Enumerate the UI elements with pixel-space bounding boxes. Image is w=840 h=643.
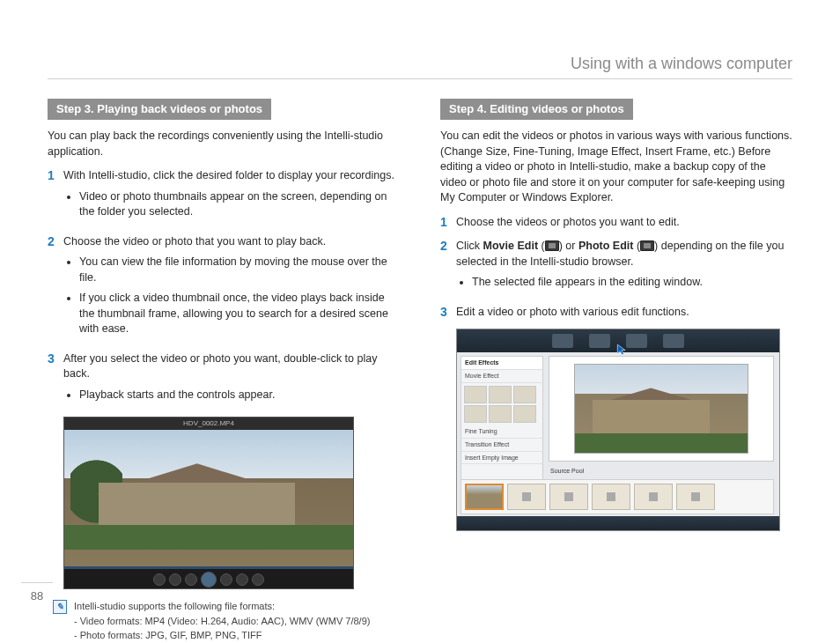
stop-icon: [185, 573, 197, 586]
step-number: 3: [440, 305, 456, 320]
step4-header: Step 4. Editing videos or photos: [440, 99, 633, 120]
topbar-button: [589, 334, 610, 348]
timeline-clip: [676, 484, 715, 510]
page-number: 88: [21, 582, 53, 604]
editor-timeline: [461, 479, 774, 514]
step-text: After you select the video or photo you …: [63, 352, 377, 381]
step3-header: Step 3. Playing back videos or photos: [48, 99, 271, 120]
timeline-clip: [592, 484, 630, 510]
photo-edit-label: Photo Edit: [578, 240, 634, 252]
step-number: 3: [48, 351, 63, 366]
effect-thumb: [489, 386, 512, 403]
note-line: - Video formats: MP4 (Video: H.264, Audi…: [74, 615, 370, 628]
side-tab: Edit Effects: [461, 357, 542, 370]
step-text-part: (: [633, 240, 640, 252]
timeline-clip: [549, 484, 588, 510]
next-icon: [236, 573, 248, 586]
step-bullet: Playback starts and the controls appear.: [79, 388, 400, 403]
effect-thumb: [489, 405, 512, 423]
step-bullet: Video or photo thumbnails appear on the …: [79, 189, 400, 220]
timeline-clip: [507, 484, 546, 510]
step-number: 2: [440, 239, 456, 254]
step-text-part: ) or: [559, 240, 578, 252]
timeline-clip-selected: [465, 484, 504, 510]
step-bullet: The selected file appears in the editing…: [472, 275, 792, 291]
volume-icon: [252, 573, 264, 586]
right-column: Step 4. Editing videos or photos You can…: [440, 99, 792, 643]
rewind-icon: [169, 573, 181, 586]
step-text-part: (: [538, 240, 545, 252]
effect-thumb: [464, 386, 487, 403]
player-video-frame: [64, 430, 353, 569]
step3-intro: You can play back the recordings conveni…: [48, 129, 400, 159]
editor-bottombar: [457, 516, 779, 530]
editor-screenshot: Edit Effects Movie Effect Fine Tuning Tr…: [456, 329, 780, 531]
prev-icon: [153, 573, 166, 586]
side-section: Movie Effect: [461, 370, 542, 383]
effect-thumb: [513, 405, 536, 423]
movie-edit-label: Movie Edit: [483, 240, 539, 252]
note-line: - Photo formats: JPG, GIF, BMP, PNG, TIF…: [74, 629, 370, 642]
step-text-part: Click: [456, 240, 483, 252]
timeline-clip: [634, 484, 673, 510]
play-icon: [201, 572, 217, 588]
topbar-button: [552, 334, 573, 348]
note-icon: ✎: [53, 600, 67, 614]
topbar-button: [663, 334, 684, 348]
editor-topbar: [457, 329, 779, 352]
note-box: ✎ Intelli-studio supports the following …: [53, 600, 400, 643]
forward-icon: [220, 573, 232, 586]
step4-intro: You can edit the videos or photos in var…: [440, 129, 792, 206]
effect-thumb: [513, 386, 536, 403]
step-text: Choose the video or photo that you want …: [63, 235, 326, 248]
photo-edit-icon: [640, 240, 654, 251]
step-text: With Intelli-studio, click the desired f…: [63, 169, 394, 181]
side-section: Fine Tuning: [461, 425, 542, 439]
source-pool-label: Source Pool: [549, 467, 774, 477]
step-bullet: You can view the file information by mov…: [79, 255, 400, 285]
editor-canvas: [549, 356, 774, 462]
player-titlebar: HDV_0002.MP4: [64, 418, 353, 430]
page-title: Using with a windows computer: [48, 53, 792, 79]
step-bullet: If you click a video thumbnail once, the…: [79, 291, 400, 337]
step-number: 1: [440, 215, 456, 230]
step-number: 2: [48, 234, 63, 249]
step-number: 1: [48, 168, 63, 183]
effect-thumb: [464, 405, 487, 423]
left-column: Step 3. Playing back videos or photos Yo…: [48, 99, 400, 643]
video-player-screenshot: HDV_0002.MP4: [63, 417, 354, 589]
step-text: Edit a video or photo with various edit …: [456, 306, 689, 318]
side-section: Transition Effect: [461, 439, 542, 452]
movie-edit-icon: [545, 240, 559, 251]
editor-side-panel: Edit Effects Movie Effect Fine Tuning Tr…: [461, 356, 543, 488]
step-text: Choose the videos or photos you want to …: [456, 216, 680, 228]
side-section: Insert Empty Image: [461, 452, 542, 465]
player-controls: [64, 569, 353, 588]
note-line: Intelli-studio supports the following fi…: [74, 600, 370, 613]
topbar-button: [626, 334, 647, 348]
